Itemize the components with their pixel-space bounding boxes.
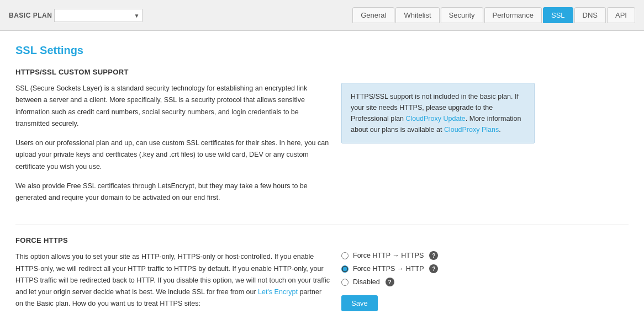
radio-label-https-to-http: Force HTTPS → HTTP [353,265,424,273]
tab-api[interactable]: API [607,7,635,23]
section-divider [15,225,629,225]
cloudproxy-plans-link[interactable]: CloudProxy Plans [444,126,499,134]
radio-disabled[interactable] [341,279,349,286]
tab-security[interactable]: Security [441,7,483,23]
radio-http-to-https[interactable] [341,252,349,259]
tab-performance[interactable]: Performance [484,7,542,23]
radio-item-disabled: Disabled ? [341,278,535,286]
nav-tabs: General Whitelist Security Performance S… [352,7,635,23]
section1-para2: Users on our professional plan and up, c… [15,137,330,173]
force-https-body: This option allows you to set your site … [15,251,629,314]
radio-item-http-to-https: Force HTTP → HTTPS ? [341,251,535,260]
radio-item-https-to-http: Force HTTPS → HTTP ? [341,264,535,273]
tab-dns[interactable]: DNS [574,7,606,23]
radio-label-disabled: Disabled [353,278,380,286]
section1-para3: We also provide Free SSL certificates th… [15,180,330,204]
info-box: HTTPS/SSL support is not included in the… [341,83,535,143]
plan-dropdown-wrapper: ▼ [54,9,142,22]
radio-https-to-http[interactable] [341,265,349,273]
section1-left: SSL (Secure Sockets Layer) is a standard… [15,83,330,211]
plan-label: BASIC PLAN [9,12,52,19]
section1-heading: HTTPS/SSL CUSTOM SUPPORT [15,68,629,76]
help-icon-https-to-http[interactable]: ? [429,264,438,273]
page-title: SSL Settings [15,44,629,57]
force-https-left: This option allows you to set your site … [15,251,330,314]
force-https-right: Force HTTP → HTTPS ? Force HTTPS → HTTP … [341,251,535,314]
help-icon-http-to-https[interactable]: ? [429,251,438,260]
plan-selector: BASIC PLAN ▼ [9,9,142,22]
info-box-text3: . [499,126,500,134]
main-content: SSL Settings HTTPS/SSL CUSTOM SUPPORT SS… [0,31,644,314]
help-icon-disabled[interactable]: ? [386,278,394,286]
force-https-para: This option allows you to set your site … [15,251,330,310]
section1-para1: SSL (Secure Sockets Layer) is a standard… [15,83,330,130]
tab-ssl[interactable]: SSL [543,7,573,23]
radio-label-http-to-https: Force HTTP → HTTPS [353,252,424,259]
force-https-section: FORCE HTTPS This option allows you to se… [15,236,629,314]
top-bar: BASIC PLAN ▼ General Whitelist Security … [0,0,644,31]
cloudproxy-update-link[interactable]: CloudProxy Update [405,115,465,123]
ssl-section: HTTPS/SSL CUSTOM SUPPORT SSL (Secure Soc… [15,68,629,211]
radio-group: Force HTTP → HTTPS ? Force HTTPS → HTTP … [341,251,535,286]
plan-dropdown[interactable] [54,9,142,22]
save-button[interactable]: Save [341,295,378,311]
section1-right: HTTPS/SSL support is not included in the… [341,83,535,211]
lets-encrypt-link[interactable]: Let's Encrypt [258,288,298,296]
tab-whitelist[interactable]: Whitelist [395,7,439,23]
section2-heading: FORCE HTTPS [15,236,629,244]
section1-body: SSL (Secure Sockets Layer) is a standard… [15,83,629,211]
tab-general[interactable]: General [352,7,394,23]
